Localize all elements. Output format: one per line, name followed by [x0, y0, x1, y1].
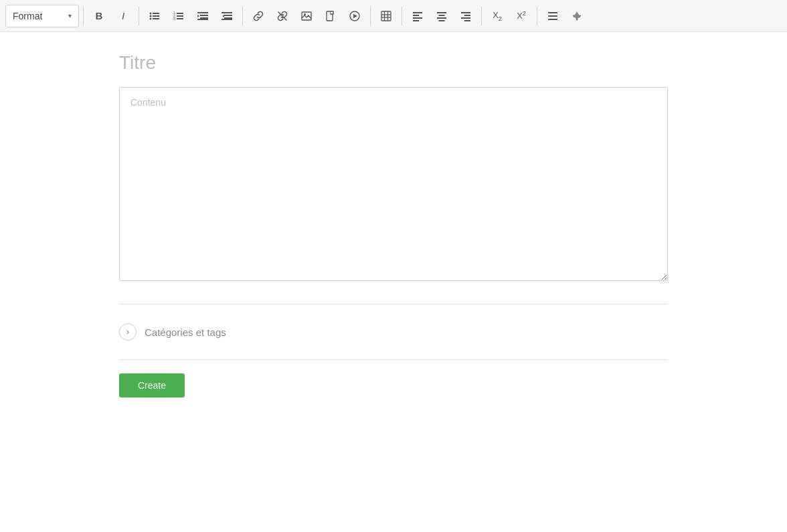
- divider-4: [370, 7, 371, 25]
- bold-button[interactable]: B: [88, 5, 110, 27]
- svg-point-0: [150, 12, 152, 14]
- pin-icon: [572, 11, 582, 21]
- svg-rect-37: [413, 17, 422, 19]
- svg-rect-42: [439, 20, 445, 21]
- expand-categories-button[interactable]: ›: [119, 323, 137, 341]
- svg-rect-45: [461, 17, 470, 19]
- svg-rect-40: [439, 15, 445, 16]
- italic-button[interactable]: I: [112, 5, 135, 27]
- svg-rect-3: [153, 15, 159, 17]
- svg-marker-16: [197, 15, 199, 17]
- create-button[interactable]: Create: [119, 373, 185, 397]
- unordered-list-button[interactable]: [143, 5, 166, 27]
- divider-6: [481, 7, 482, 25]
- horizontal-rule-button[interactable]: [541, 5, 564, 27]
- svg-rect-36: [413, 15, 419, 16]
- align-center-button[interactable]: [430, 5, 453, 27]
- svg-marker-29: [353, 14, 357, 18]
- svg-rect-9: [177, 15, 183, 17]
- svg-rect-11: [177, 18, 183, 19]
- svg-marker-21: [222, 15, 224, 17]
- subscript-button[interactable]: X2: [486, 5, 509, 27]
- svg-text:3.: 3.: [173, 17, 176, 21]
- indent-right-button[interactable]: [191, 5, 214, 27]
- svg-rect-30: [381, 11, 391, 21]
- svg-rect-39: [437, 12, 446, 13]
- svg-rect-35: [413, 12, 422, 13]
- ordered-list-button[interactable]: 1. 2. 3.: [167, 5, 190, 27]
- svg-rect-15: [197, 19, 208, 20]
- svg-rect-1: [153, 13, 159, 14]
- svg-rect-19: [224, 17, 232, 19]
- divider-5: [402, 7, 402, 25]
- svg-rect-43: [461, 12, 470, 13]
- svg-rect-12: [197, 12, 208, 13]
- link-button[interactable]: [247, 5, 270, 27]
- horizontal-rule-icon: [547, 11, 558, 21]
- play-button[interactable]: [343, 5, 366, 27]
- align-center-icon: [436, 11, 447, 21]
- image-icon: [301, 11, 312, 21]
- divider-2: [139, 7, 139, 25]
- pin-button[interactable]: [565, 5, 588, 27]
- bold-icon: B: [96, 10, 103, 21]
- indent-left-button[interactable]: [215, 5, 238, 27]
- svg-point-24: [304, 13, 306, 15]
- unordered-list-icon: [149, 11, 160, 21]
- editor-toolbar: Format ▾ B I 1. 2. 3.: [0, 0, 787, 32]
- divider-7: [537, 7, 537, 25]
- editor-main: › Catégories et tags Create: [92, 32, 695, 411]
- format-label: Format: [13, 11, 42, 21]
- media-icon: [325, 11, 336, 21]
- divider-1: [83, 7, 84, 25]
- svg-rect-17: [222, 12, 232, 13]
- svg-point-4: [150, 17, 152, 19]
- svg-rect-20: [222, 19, 232, 20]
- unlink-button[interactable]: [271, 5, 294, 27]
- section-divider-1: [119, 304, 668, 304]
- align-left-icon: [412, 11, 423, 21]
- table-icon: [381, 11, 391, 21]
- indent-left-icon: [222, 11, 232, 21]
- ordered-list-icon: 1. 2. 3.: [173, 11, 184, 21]
- chevron-down-icon: ▾: [68, 12, 72, 19]
- subscript-icon: X2: [493, 10, 502, 22]
- indent-right-icon: [197, 11, 208, 21]
- superscript-icon: X2: [517, 10, 526, 21]
- unlink-icon: [277, 11, 288, 21]
- align-right-icon: [460, 11, 471, 21]
- table-button[interactable]: [375, 5, 398, 27]
- svg-rect-5: [153, 18, 159, 19]
- play-icon: [349, 11, 360, 21]
- align-left-button[interactable]: [406, 5, 429, 27]
- superscript-button[interactable]: X2: [510, 5, 533, 27]
- svg-rect-44: [464, 15, 470, 16]
- create-label: Create: [138, 380, 166, 391]
- svg-rect-47: [548, 12, 557, 13]
- svg-rect-38: [413, 20, 419, 21]
- content-textarea[interactable]: [119, 87, 668, 281]
- svg-rect-49: [548, 19, 557, 20]
- categories-label: Catégories et tags: [145, 327, 226, 338]
- title-input[interactable]: [119, 52, 668, 74]
- svg-rect-18: [224, 15, 232, 16]
- section-divider-2: [119, 359, 668, 360]
- image-button[interactable]: [295, 5, 318, 27]
- categories-section: › Catégories et tags: [119, 318, 668, 346]
- svg-rect-14: [200, 17, 208, 19]
- svg-point-2: [150, 15, 152, 17]
- svg-rect-46: [464, 20, 470, 21]
- svg-rect-41: [437, 17, 446, 19]
- svg-rect-7: [177, 13, 183, 14]
- align-right-button[interactable]: [454, 5, 477, 27]
- link-icon: [253, 11, 264, 21]
- italic-icon: I: [122, 10, 124, 21]
- format-dropdown[interactable]: Format ▾: [5, 5, 79, 27]
- svg-rect-13: [200, 15, 208, 16]
- divider-3: [242, 7, 243, 25]
- chevron-right-icon: ›: [126, 327, 129, 337]
- media-button[interactable]: [319, 5, 342, 27]
